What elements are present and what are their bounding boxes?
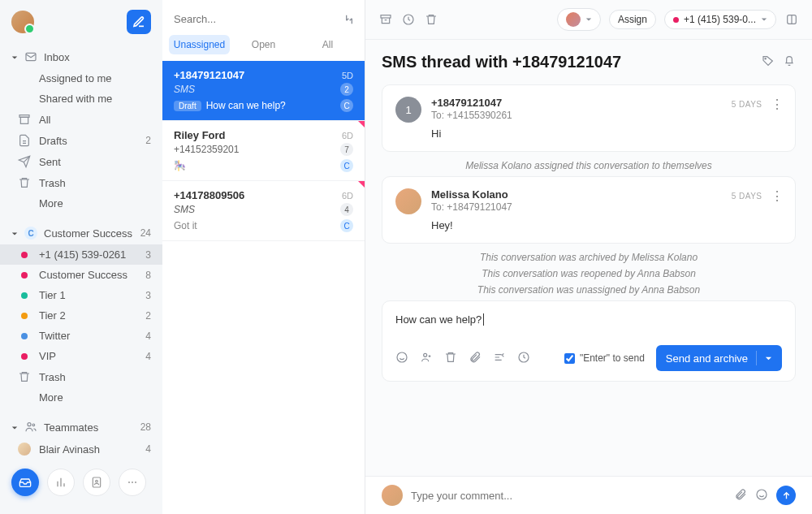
attachment-icon[interactable] [469,351,482,366]
composer[interactable]: How can we help? "Enter" to send Send an… [382,300,796,382]
conversation-item[interactable]: Riley Ford 6D +14152359201 7 🎠 C [162,121,365,181]
teammate-blair[interactable]: Blair Avinash 4 [0,438,162,460]
section-inbox[interactable]: Inbox [0,45,162,68]
conv-subtitle: +14152359201 [174,144,239,155]
channel-tier1[interactable]: Tier 1 3 [0,285,162,305]
conv-name: +14178809506 [174,189,244,201]
svg-point-8 [132,482,133,483]
conv-name: +18479121047 [174,69,244,81]
svg-rect-2 [20,117,28,123]
message-from: Melissa Kolano [431,188,782,201]
expand-icon[interactable] [784,12,799,27]
channel-phone[interactable]: +1 (415) 539-0261 3 [0,244,162,265]
svg-point-9 [135,482,136,483]
system-note: This conversation was unassigned by Anna… [382,284,796,296]
channel-vip[interactable]: VIP 4 [0,346,162,366]
message-text: Hi [431,127,782,140]
workspace-trash[interactable]: Trash [0,366,162,387]
conversation-item[interactable]: +18479121047 5D SMS 2 Draft How can we h… [162,61,365,121]
message-time: 5 DAYS [732,100,762,109]
conv-subtitle: SMS [174,84,195,95]
chevron-down-icon[interactable] [765,355,772,362]
attachment-icon[interactable] [734,488,747,503]
send-comment-button[interactable] [776,486,796,505]
workspace-more[interactable]: More [0,387,162,408]
delete-draft-icon[interactable] [444,351,457,366]
contacts-button[interactable] [83,469,110,496]
search-input[interactable] [171,8,335,30]
channel-dot-icon [21,333,28,339]
trash-icon [18,176,31,189]
current-user-avatar[interactable] [11,11,34,33]
channel-dot-icon [673,17,679,23]
analytics-button[interactable] [47,469,75,496]
conversation-item[interactable]: +14178809506 6D SMS 4 Got it C [162,181,365,241]
section-customer-success[interactable]: C Customer Success 24 [0,222,162,244]
svg-point-14 [397,352,407,362]
template-icon[interactable] [493,351,506,366]
archive-icon[interactable] [378,12,393,27]
svg-point-15 [424,353,427,356]
trash-icon [18,370,31,383]
teammate-avatar [18,443,31,456]
trash-icon[interactable] [424,12,438,27]
conv-channel-badge: C [340,99,353,112]
channel-dot-icon [21,252,28,258]
emoji-icon[interactable] [395,351,408,366]
nav-sent[interactable]: Sent [0,151,162,172]
channel-pill[interactable]: +1 (415) 539-0... [664,10,776,29]
archive-icon [18,113,31,126]
tag-icon[interactable] [762,54,775,70]
snooze-icon[interactable] [401,12,416,27]
draft-icon [18,134,31,147]
nav-shared-with-me[interactable]: Shared with me [0,89,162,109]
svg-point-17 [757,490,767,499]
nav-more[interactable]: More [0,193,162,214]
channel-cs[interactable]: Customer Success 8 [0,265,162,285]
conv-name: Riley Ford [174,129,226,141]
channel-tier2[interactable]: Tier 2 2 [0,305,162,326]
tab-open[interactable]: Open [233,35,294,54]
message-card: Melissa Kolano To: +18479121047 Hey! 5 D… [382,176,796,244]
inbox-icon [24,50,37,63]
inbox-floating-button[interactable] [11,469,39,496]
sort-icon[interactable] [342,12,356,27]
compose-button[interactable] [127,10,151,34]
emoji-icon[interactable] [755,488,768,503]
draft-badge: Draft [174,101,201,111]
svg-point-3 [28,423,31,426]
conv-time: 5D [342,71,353,80]
message-text: Hey! [431,219,782,231]
more-button[interactable] [119,469,146,496]
channel-dot-icon [21,353,28,360]
section-teammates[interactable]: Teammates 28 [0,416,162,438]
schedule-icon[interactable] [517,351,530,366]
nav-assigned-to-me[interactable]: Assigned to me [0,68,162,89]
add-person-icon[interactable] [420,351,433,366]
inbox-label: Inbox [44,51,70,63]
message-menu-icon[interactable]: ⋮ [771,188,784,204]
chevron-down-icon [761,16,767,23]
enter-to-send-toggle[interactable]: "Enter" to send [564,352,645,364]
send-button[interactable]: Send and archive [656,345,782,371]
message-menu-icon[interactable]: ⋮ [771,97,784,112]
channel-twitter[interactable]: Twitter 4 [0,326,162,346]
tab-unassigned[interactable]: Unassigned [169,35,230,54]
sent-icon [18,155,31,168]
workspace-avatar: C [24,227,37,240]
composer-text[interactable]: How can we help? [395,311,782,327]
nav-trash[interactable]: Trash [0,172,162,193]
conv-count-badge: 2 [340,83,353,96]
comment-avatar [382,485,403,506]
assigner-pill[interactable] [557,8,601,31]
bell-icon[interactable] [783,54,796,70]
nav-drafts[interactable]: Drafts 2 [0,130,162,151]
comment-input[interactable] [411,490,726,502]
nav-all[interactable]: All [0,109,162,130]
tab-all[interactable]: All [297,35,358,54]
conv-subtitle: SMS [174,204,195,215]
system-note: This conversation was archived by Meliss… [382,252,796,263]
channel-dot-icon [21,292,28,299]
svg-rect-10 [381,15,391,18]
assign-button[interactable]: Assign [609,10,656,29]
